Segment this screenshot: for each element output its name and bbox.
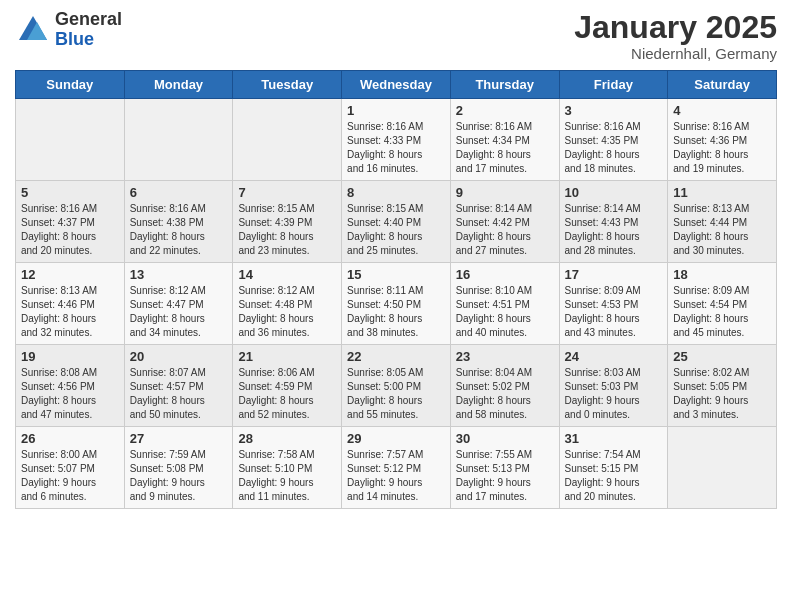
day-number: 22 [347, 349, 445, 364]
day-number: 2 [456, 103, 554, 118]
day-info: Sunrise: 8:09 AM Sunset: 4:54 PM Dayligh… [673, 284, 771, 340]
day-info: Sunrise: 8:06 AM Sunset: 4:59 PM Dayligh… [238, 366, 336, 422]
calendar-cell: 15Sunrise: 8:11 AM Sunset: 4:50 PM Dayli… [342, 263, 451, 345]
day-number: 18 [673, 267, 771, 282]
day-info: Sunrise: 8:15 AM Sunset: 4:39 PM Dayligh… [238, 202, 336, 258]
day-info: Sunrise: 8:16 AM Sunset: 4:33 PM Dayligh… [347, 120, 445, 176]
day-info: Sunrise: 7:57 AM Sunset: 5:12 PM Dayligh… [347, 448, 445, 504]
calendar-cell: 28Sunrise: 7:58 AM Sunset: 5:10 PM Dayli… [233, 427, 342, 509]
weekday-header-saturday: Saturday [668, 71, 777, 99]
calendar-cell: 5Sunrise: 8:16 AM Sunset: 4:37 PM Daylig… [16, 181, 125, 263]
day-number: 11 [673, 185, 771, 200]
day-info: Sunrise: 8:05 AM Sunset: 5:00 PM Dayligh… [347, 366, 445, 422]
day-number: 27 [130, 431, 228, 446]
calendar-cell: 16Sunrise: 8:10 AM Sunset: 4:51 PM Dayli… [450, 263, 559, 345]
calendar-cell: 7Sunrise: 8:15 AM Sunset: 4:39 PM Daylig… [233, 181, 342, 263]
day-info: Sunrise: 8:16 AM Sunset: 4:34 PM Dayligh… [456, 120, 554, 176]
calendar-cell: 29Sunrise: 7:57 AM Sunset: 5:12 PM Dayli… [342, 427, 451, 509]
calendar-cell [233, 99, 342, 181]
weekday-header-monday: Monday [124, 71, 233, 99]
day-number: 16 [456, 267, 554, 282]
day-info: Sunrise: 8:16 AM Sunset: 4:35 PM Dayligh… [565, 120, 663, 176]
day-info: Sunrise: 8:00 AM Sunset: 5:07 PM Dayligh… [21, 448, 119, 504]
day-number: 15 [347, 267, 445, 282]
day-info: Sunrise: 8:04 AM Sunset: 5:02 PM Dayligh… [456, 366, 554, 422]
calendar-cell: 18Sunrise: 8:09 AM Sunset: 4:54 PM Dayli… [668, 263, 777, 345]
calendar-cell: 9Sunrise: 8:14 AM Sunset: 4:42 PM Daylig… [450, 181, 559, 263]
calendar-cell: 24Sunrise: 8:03 AM Sunset: 5:03 PM Dayli… [559, 345, 668, 427]
day-number: 8 [347, 185, 445, 200]
calendar-cell: 11Sunrise: 8:13 AM Sunset: 4:44 PM Dayli… [668, 181, 777, 263]
calendar-cell: 30Sunrise: 7:55 AM Sunset: 5:13 PM Dayli… [450, 427, 559, 509]
day-info: Sunrise: 7:59 AM Sunset: 5:08 PM Dayligh… [130, 448, 228, 504]
calendar-cell: 21Sunrise: 8:06 AM Sunset: 4:59 PM Dayli… [233, 345, 342, 427]
calendar-cell: 22Sunrise: 8:05 AM Sunset: 5:00 PM Dayli… [342, 345, 451, 427]
day-number: 4 [673, 103, 771, 118]
calendar-table: SundayMondayTuesdayWednesdayThursdayFrid… [15, 70, 777, 509]
calendar-cell: 3Sunrise: 8:16 AM Sunset: 4:35 PM Daylig… [559, 99, 668, 181]
day-number: 7 [238, 185, 336, 200]
logo-blue-text: Blue [55, 30, 122, 50]
day-info: Sunrise: 8:14 AM Sunset: 4:43 PM Dayligh… [565, 202, 663, 258]
day-number: 31 [565, 431, 663, 446]
logo: General Blue [15, 10, 122, 50]
day-info: Sunrise: 8:16 AM Sunset: 4:37 PM Dayligh… [21, 202, 119, 258]
day-number: 1 [347, 103, 445, 118]
day-info: Sunrise: 8:08 AM Sunset: 4:56 PM Dayligh… [21, 366, 119, 422]
calendar-cell [668, 427, 777, 509]
day-info: Sunrise: 8:07 AM Sunset: 4:57 PM Dayligh… [130, 366, 228, 422]
weekday-header-friday: Friday [559, 71, 668, 99]
location-text: Niedernhall, Germany [574, 45, 777, 62]
day-info: Sunrise: 8:12 AM Sunset: 4:47 PM Dayligh… [130, 284, 228, 340]
calendar-cell: 2Sunrise: 8:16 AM Sunset: 4:34 PM Daylig… [450, 99, 559, 181]
title-block: January 2025 Niedernhall, Germany [574, 10, 777, 62]
calendar-cell: 26Sunrise: 8:00 AM Sunset: 5:07 PM Dayli… [16, 427, 125, 509]
calendar-week-2: 12Sunrise: 8:13 AM Sunset: 4:46 PM Dayli… [16, 263, 777, 345]
weekday-header-sunday: Sunday [16, 71, 125, 99]
calendar-cell: 1Sunrise: 8:16 AM Sunset: 4:33 PM Daylig… [342, 99, 451, 181]
day-number: 14 [238, 267, 336, 282]
day-number: 21 [238, 349, 336, 364]
day-number: 23 [456, 349, 554, 364]
weekday-header-row: SundayMondayTuesdayWednesdayThursdayFrid… [16, 71, 777, 99]
day-number: 12 [21, 267, 119, 282]
day-number: 26 [21, 431, 119, 446]
calendar-cell: 4Sunrise: 8:16 AM Sunset: 4:36 PM Daylig… [668, 99, 777, 181]
calendar-cell: 12Sunrise: 8:13 AM Sunset: 4:46 PM Dayli… [16, 263, 125, 345]
day-number: 30 [456, 431, 554, 446]
calendar-cell: 13Sunrise: 8:12 AM Sunset: 4:47 PM Dayli… [124, 263, 233, 345]
day-number: 6 [130, 185, 228, 200]
month-title: January 2025 [574, 10, 777, 45]
day-number: 25 [673, 349, 771, 364]
calendar-week-1: 5Sunrise: 8:16 AM Sunset: 4:37 PM Daylig… [16, 181, 777, 263]
day-number: 19 [21, 349, 119, 364]
day-info: Sunrise: 8:11 AM Sunset: 4:50 PM Dayligh… [347, 284, 445, 340]
calendar-cell: 25Sunrise: 8:02 AM Sunset: 5:05 PM Dayli… [668, 345, 777, 427]
calendar-cell: 31Sunrise: 7:54 AM Sunset: 5:15 PM Dayli… [559, 427, 668, 509]
calendar-week-3: 19Sunrise: 8:08 AM Sunset: 4:56 PM Dayli… [16, 345, 777, 427]
weekday-header-thursday: Thursday [450, 71, 559, 99]
day-number: 24 [565, 349, 663, 364]
day-number: 17 [565, 267, 663, 282]
calendar-cell [16, 99, 125, 181]
calendar-cell: 27Sunrise: 7:59 AM Sunset: 5:08 PM Dayli… [124, 427, 233, 509]
day-info: Sunrise: 8:10 AM Sunset: 4:51 PM Dayligh… [456, 284, 554, 340]
page-header: General Blue January 2025 Niedernhall, G… [15, 10, 777, 62]
calendar-cell: 19Sunrise: 8:08 AM Sunset: 4:56 PM Dayli… [16, 345, 125, 427]
day-number: 9 [456, 185, 554, 200]
day-info: Sunrise: 8:15 AM Sunset: 4:40 PM Dayligh… [347, 202, 445, 258]
logo-icon [15, 12, 51, 48]
calendar-cell: 8Sunrise: 8:15 AM Sunset: 4:40 PM Daylig… [342, 181, 451, 263]
day-info: Sunrise: 8:02 AM Sunset: 5:05 PM Dayligh… [673, 366, 771, 422]
day-info: Sunrise: 8:03 AM Sunset: 5:03 PM Dayligh… [565, 366, 663, 422]
day-info: Sunrise: 7:55 AM Sunset: 5:13 PM Dayligh… [456, 448, 554, 504]
day-info: Sunrise: 8:16 AM Sunset: 4:36 PM Dayligh… [673, 120, 771, 176]
calendar-cell: 6Sunrise: 8:16 AM Sunset: 4:38 PM Daylig… [124, 181, 233, 263]
calendar-week-0: 1Sunrise: 8:16 AM Sunset: 4:33 PM Daylig… [16, 99, 777, 181]
day-info: Sunrise: 7:54 AM Sunset: 5:15 PM Dayligh… [565, 448, 663, 504]
weekday-header-tuesday: Tuesday [233, 71, 342, 99]
calendar-cell: 17Sunrise: 8:09 AM Sunset: 4:53 PM Dayli… [559, 263, 668, 345]
day-info: Sunrise: 7:58 AM Sunset: 5:10 PM Dayligh… [238, 448, 336, 504]
day-info: Sunrise: 8:14 AM Sunset: 4:42 PM Dayligh… [456, 202, 554, 258]
logo-general-text: General [55, 10, 122, 30]
